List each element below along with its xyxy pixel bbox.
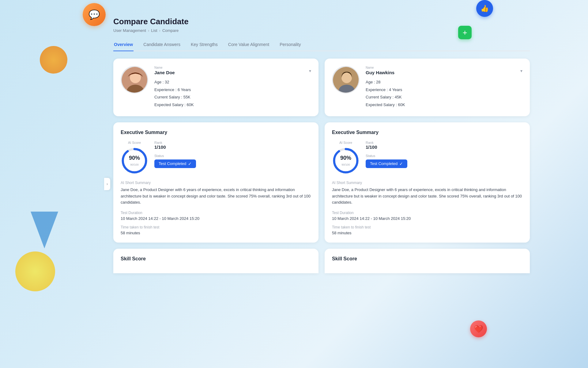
sidebar-toggle[interactable]: › xyxy=(104,178,110,190)
age-value-1: 32 xyxy=(165,80,169,84)
skill-card-1: Skill Score xyxy=(113,249,318,273)
score-pct-1: 90% xyxy=(129,155,140,161)
score-circle-1: 90% 90/100 xyxy=(121,147,148,174)
thumbs-up-button[interactable]: 👍 xyxy=(476,0,493,17)
check-icon-2: ✓ xyxy=(399,161,403,166)
score-section-1: AI Score 90% 90/100 Rank 1/100 xyxy=(121,141,311,174)
expected-salary-label-1: Expected Salary : xyxy=(154,102,187,107)
avatar-candidate-2 xyxy=(332,66,360,94)
candidate-dropdown-1[interactable]: ▾ xyxy=(309,68,311,73)
avatar-candidate-1 xyxy=(121,66,148,94)
duration-label-2: Test Duration xyxy=(332,211,522,215)
rank-label-2: Rank xyxy=(366,141,522,144)
tab-core-value[interactable]: Core Value Alignment xyxy=(228,39,270,51)
candidate-name-label-2: Name xyxy=(366,66,394,69)
current-salary-label-1: Current Salary : xyxy=(154,95,183,99)
summary-label-2: AI Short Summary xyxy=(332,181,522,185)
status-badge-2: Test Completed ✓ xyxy=(366,159,407,168)
status-label-2: Status xyxy=(366,154,522,158)
breadcrumb-sep-2: › xyxy=(159,28,160,33)
time-value-1: 58 minutes xyxy=(121,231,311,235)
age-label-1: Age : xyxy=(154,80,165,84)
experience-label-1: Experience : xyxy=(154,87,178,92)
time-label-2: Time taken to finish test xyxy=(332,225,522,229)
breadcrumb-user-management[interactable]: User Management xyxy=(113,28,146,33)
time-section-1: Time taken to finish test 58 minutes xyxy=(121,225,311,235)
chat-bubble-decoration: 💬 xyxy=(83,3,106,26)
time-section-2: Time taken to finish test 58 minutes xyxy=(332,225,522,235)
expected-salary-value-2: 60K xyxy=(398,102,405,107)
time-value-2: 58 minutes xyxy=(332,231,522,235)
exec-title-2: Executive Summary xyxy=(332,130,522,135)
exec-summary-card-2: Executive Summary AI Score 90% 90/100 xyxy=(325,122,530,243)
summary-section-2: AI Short Summary Jane Doe, a Product Des… xyxy=(332,181,522,206)
heart-button[interactable]: ❤️ xyxy=(470,320,487,337)
page-header: Compare Candidate User Management › List… xyxy=(113,17,530,33)
summary-text-2: Jane Doe, a Product Designer with 6 year… xyxy=(332,187,522,206)
score-sub-1: 90/100 xyxy=(130,163,139,166)
breadcrumb: User Management › List › Compare xyxy=(113,28,530,33)
duration-section-1: Test Duration 10 March 2024 14:22 - 10 M… xyxy=(121,211,311,221)
page-title: Compare Candidate xyxy=(113,17,530,26)
tab-candidate-answers[interactable]: Candidate Answers xyxy=(143,39,181,51)
status-label-1: Status xyxy=(154,154,311,158)
score-meta-1: Rank 1/100 Status Test Completed ✓ xyxy=(154,141,311,168)
score-meta-2: Rank 1/100 Status Test Completed ✓ xyxy=(366,141,522,168)
tabs-bar: Overview Candidate Answers Key Strengths… xyxy=(113,39,530,51)
candidate-dropdown-2[interactable]: ▾ xyxy=(520,68,522,73)
executive-summary-row: Executive Summary AI Score 90% 90/100 xyxy=(113,122,530,243)
score-section-2: AI Score 90% 90/100 Rank 1/100 xyxy=(332,141,522,174)
exec-summary-card-1: Executive Summary AI Score 90% 90/100 xyxy=(113,122,318,243)
summary-label-1: AI Short Summary xyxy=(121,181,311,185)
thumb-icon: 👍 xyxy=(481,5,489,13)
candidate-details-1: Age : 32 Experience : 6 Years Current Sa… xyxy=(154,79,311,109)
candidate-profiles-row: Name Jane Doe ▾ Age : 32 Experience : 6 … xyxy=(113,59,530,116)
yellow-circle-decoration xyxy=(15,251,55,291)
duration-value-1: 10 March 2024 14:22 - 10 March 2024 15:2… xyxy=(121,216,311,221)
breadcrumb-list[interactable]: List xyxy=(151,28,157,33)
score-pct-2: 90% xyxy=(340,155,351,161)
blue-triangle-decoration xyxy=(31,212,58,248)
candidate-name-label-1: Name xyxy=(154,66,175,69)
candidate-card-2: Name Guy Hawkins ▾ Age : 28 Experience :… xyxy=(325,59,530,116)
candidate-details-2: Age : 28 Experience : 4 Years Current Sa… xyxy=(366,79,522,109)
status-badge-1: Test Completed ✓ xyxy=(154,159,196,168)
duration-section-2: Test Duration 10 March 2024 14:22 - 10 M… xyxy=(332,211,522,221)
experience-value-2: 4 Years xyxy=(389,87,402,92)
experience-value-1: 6 Years xyxy=(178,87,191,92)
heart-icon: ❤️ xyxy=(474,325,483,333)
skill-title-1: Skill Score xyxy=(121,256,311,262)
candidate-card-1: Name Jane Doe ▾ Age : 32 Experience : 6 … xyxy=(113,59,318,116)
candidate-info-1: Name Jane Doe ▾ Age : 32 Experience : 6 … xyxy=(154,66,311,109)
ai-score-label-1: AI Score xyxy=(128,141,141,144)
tab-overview[interactable]: Overview xyxy=(113,39,134,51)
current-salary-value-2: 45K xyxy=(395,95,402,99)
tab-key-strengths[interactable]: Key Strengths xyxy=(190,39,218,51)
age-value-2: 28 xyxy=(376,80,380,84)
candidate-info-2: Name Guy Hawkins ▾ Age : 28 Experience :… xyxy=(366,66,522,109)
score-sub-2: 90/100 xyxy=(341,163,350,166)
svg-point-4 xyxy=(341,73,352,83)
exec-title-1: Executive Summary xyxy=(121,130,311,135)
breadcrumb-compare: Compare xyxy=(162,28,179,33)
candidate-name-2: Guy Hawkins xyxy=(366,70,394,75)
expected-salary-value-1: 60K xyxy=(187,102,194,107)
duration-value-2: 10 March 2024 14:22 - 10 March 2024 15:2… xyxy=(332,216,522,221)
duration-label-1: Test Duration xyxy=(121,211,311,215)
status-text-1: Test Completed xyxy=(159,161,186,166)
skill-score-row: Skill Score Skill Score xyxy=(113,249,530,273)
score-circle-2: 90% 90/100 xyxy=(332,147,360,174)
chevron-right-icon: › xyxy=(107,182,108,186)
breadcrumb-sep-1: › xyxy=(148,28,149,33)
orange-circle-decoration xyxy=(40,46,67,74)
status-text-2: Test Completed xyxy=(370,161,398,166)
ai-score-label-2: AI Score xyxy=(339,141,352,144)
current-salary-value-1: 55K xyxy=(183,95,190,99)
rank-label-1: Rank xyxy=(154,141,311,144)
rank-value-2: 1/100 xyxy=(366,144,522,150)
check-icon-1: ✓ xyxy=(188,161,192,166)
skill-card-2: Skill Score xyxy=(325,249,530,273)
summary-section-1: AI Short Summary Jane Doe, a Product Des… xyxy=(121,181,311,206)
tab-personality[interactable]: Personality xyxy=(279,39,301,51)
candidate-name-1: Jane Doe xyxy=(154,70,175,75)
